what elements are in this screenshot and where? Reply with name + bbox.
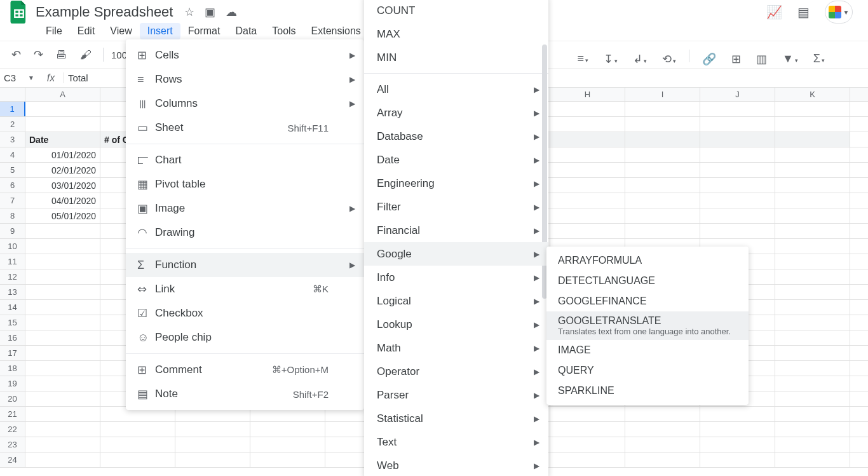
- cell[interactable]: [775, 269, 850, 284]
- cell[interactable]: [625, 178, 700, 193]
- row-header[interactable]: 21: [0, 407, 25, 421]
- cell[interactable]: [775, 224, 850, 238]
- cell[interactable]: [700, 178, 775, 193]
- row-header[interactable]: 9: [0, 224, 25, 238]
- insert-menu-item[interactable]: ▣Image▶: [126, 196, 364, 221]
- cell[interactable]: [550, 147, 625, 162]
- function-menu-item[interactable]: Math▶: [364, 336, 548, 360]
- cell[interactable]: [775, 376, 850, 391]
- row-header[interactable]: 5: [0, 163, 25, 177]
- insert-menu-item[interactable]: ⊞Comment⌘+Option+M: [126, 358, 364, 382]
- row-header[interactable]: 4: [0, 147, 25, 162]
- filter-icon[interactable]: ▼▾: [780, 50, 801, 69]
- menu-data[interactable]: Data: [227, 23, 264, 39]
- row-header[interactable]: 10: [0, 239, 25, 254]
- function-menu-item[interactable]: MAX: [364, 22, 548, 46]
- row-header[interactable]: 8: [0, 208, 25, 223]
- cell[interactable]: 04/01/2020: [25, 193, 100, 208]
- cell[interactable]: 02/01/2020: [25, 163, 100, 177]
- cell[interactable]: [775, 239, 850, 254]
- cell[interactable]: [775, 422, 850, 437]
- cell[interactable]: [700, 407, 775, 421]
- google-menu-item[interactable]: QUERY: [546, 360, 749, 381]
- cell[interactable]: [775, 208, 850, 223]
- cell[interactable]: [625, 224, 700, 238]
- cloud-icon[interactable]: ☁: [226, 5, 237, 19]
- function-menu-item[interactable]: Info▶: [364, 266, 548, 289]
- row-header[interactable]: 1: [0, 102, 25, 116]
- cell[interactable]: [550, 208, 625, 223]
- cell[interactable]: [775, 117, 850, 132]
- row-header[interactable]: 18: [0, 361, 25, 376]
- cell[interactable]: [25, 346, 100, 360]
- google-menu-item[interactable]: DETECTLANGUAGE: [546, 271, 749, 291]
- cell[interactable]: [775, 346, 850, 360]
- cell[interactable]: [25, 300, 100, 315]
- cell[interactable]: 03/01/2020: [25, 178, 100, 193]
- cell[interactable]: [775, 315, 850, 330]
- document-title[interactable]: Example Spreadsheet: [32, 4, 177, 20]
- column-header[interactable]: A: [25, 88, 100, 101]
- cell[interactable]: [775, 285, 850, 299]
- cell[interactable]: [25, 452, 100, 467]
- cell[interactable]: [775, 391, 850, 406]
- row-header[interactable]: 24: [0, 452, 25, 467]
- comments-icon[interactable]: ▤: [797, 4, 810, 20]
- function-menu-item[interactable]: Date▶: [364, 148, 548, 172]
- function-menu-item[interactable]: Database▶: [364, 125, 548, 148]
- insert-menu-item[interactable]: ⫍Chart: [126, 148, 364, 172]
- functions-icon[interactable]: Σ▾: [811, 50, 827, 69]
- cell[interactable]: [700, 102, 775, 116]
- cell[interactable]: [775, 147, 850, 162]
- insert-menu-item[interactable]: ⫼Columns▶: [126, 92, 364, 116]
- cell[interactable]: Date: [25, 132, 100, 147]
- cell[interactable]: [625, 132, 700, 147]
- cell[interactable]: [100, 437, 175, 452]
- menu-tools[interactable]: Tools: [264, 23, 303, 39]
- trend-icon[interactable]: 📈: [766, 4, 782, 20]
- cell[interactable]: [25, 361, 100, 376]
- cell[interactable]: [625, 422, 700, 437]
- cell[interactable]: [775, 437, 850, 452]
- cell[interactable]: [625, 452, 700, 467]
- row-header[interactable]: 17: [0, 346, 25, 360]
- cell[interactable]: [775, 300, 850, 315]
- function-menu-item[interactable]: Operator▶: [364, 360, 548, 383]
- row-header[interactable]: 2: [0, 117, 25, 132]
- paint-format-icon[interactable]: 🖌: [76, 46, 95, 64]
- cell[interactable]: [625, 163, 700, 177]
- cell[interactable]: [775, 102, 850, 116]
- cell[interactable]: [625, 147, 700, 162]
- row-header[interactable]: 13: [0, 285, 25, 299]
- cell[interactable]: [175, 452, 250, 467]
- function-menu-item[interactable]: Filter▶: [364, 195, 548, 219]
- cell[interactable]: [700, 208, 775, 223]
- insert-menu-item[interactable]: ⊞Cells▶: [126, 43, 364, 67]
- row-header[interactable]: 22: [0, 422, 25, 437]
- cell[interactable]: [25, 422, 100, 437]
- cell[interactable]: [25, 254, 100, 269]
- cell[interactable]: [550, 117, 625, 132]
- function-menu-item[interactable]: All▶: [364, 78, 548, 101]
- cell[interactable]: [25, 117, 100, 132]
- cell[interactable]: [700, 147, 775, 162]
- cell[interactable]: [700, 193, 775, 208]
- insert-menu-item[interactable]: ▭SheetShift+F11: [126, 116, 364, 140]
- cell[interactable]: [775, 254, 850, 269]
- function-menu-item[interactable]: Parser▶: [364, 383, 548, 407]
- sheets-logo[interactable]: [6, 0, 32, 25]
- column-header[interactable]: J: [700, 88, 775, 101]
- cell[interactable]: [250, 422, 325, 437]
- row-header[interactable]: 12: [0, 269, 25, 284]
- insert-menu-item[interactable]: ▦Pivot table: [126, 172, 364, 196]
- function-menu-item[interactable]: Google▶: [364, 242, 548, 266]
- cell[interactable]: 05/01/2020: [25, 208, 100, 223]
- cell[interactable]: [550, 407, 625, 421]
- cell[interactable]: [25, 407, 100, 421]
- cell[interactable]: [25, 224, 100, 238]
- cell[interactable]: [25, 239, 100, 254]
- google-menu-item[interactable]: IMAGE: [546, 340, 749, 360]
- function-menu-item[interactable]: Web▶: [364, 454, 548, 476]
- function-menu-item[interactable]: MIN: [364, 46, 548, 69]
- cell[interactable]: [625, 437, 700, 452]
